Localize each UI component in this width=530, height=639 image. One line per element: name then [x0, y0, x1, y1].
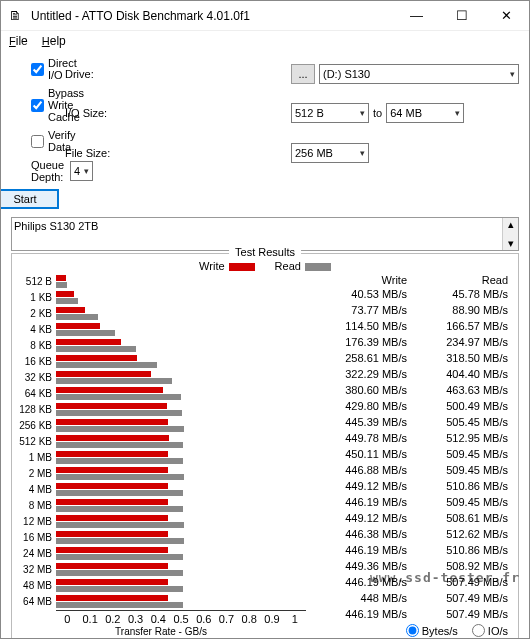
write-column-header: Write	[312, 274, 413, 286]
write-bar	[56, 531, 168, 537]
write-value: 446.19 MB/s	[312, 494, 413, 510]
values-row: 446.38 MB/s512.62 MB/s	[312, 526, 514, 542]
write-value: 114.50 MB/s	[312, 318, 413, 334]
values-row: 449.36 MB/s508.92 MB/s	[312, 558, 514, 574]
iosize-label: I/O Size:	[65, 107, 285, 119]
bar-pair	[56, 530, 306, 546]
close-button[interactable]: ✕	[484, 1, 529, 30]
browse-button[interactable]: ...	[291, 64, 315, 84]
values-row: 446.19 MB/s510.86 MB/s	[312, 542, 514, 558]
values-row: 429.80 MB/s500.49 MB/s	[312, 398, 514, 414]
y-axis-label: 1 KB	[16, 290, 56, 306]
y-axis-label: 2 KB	[16, 306, 56, 322]
write-value: 258.61 MB/s	[312, 350, 413, 366]
read-bar	[56, 394, 181, 400]
write-bar	[56, 579, 168, 585]
bar-pair	[56, 562, 306, 578]
drive-label: Drive:	[65, 68, 285, 80]
write-value: 322.29 MB/s	[312, 366, 413, 382]
minimize-button[interactable]: —	[394, 1, 439, 30]
read-value: 507.49 MB/s	[413, 574, 514, 590]
bar-pair	[56, 546, 306, 562]
queue-depth-select[interactable]: 4	[70, 161, 93, 181]
read-value: 500.49 MB/s	[413, 398, 514, 414]
x-tick: 0.1	[79, 613, 102, 625]
read-bar	[56, 506, 183, 512]
y-axis-label: 512 KB	[16, 434, 56, 450]
write-value: 449.12 MB/s	[312, 478, 413, 494]
write-value: 446.19 MB/s	[312, 542, 413, 558]
read-value: 509.45 MB/s	[413, 446, 514, 462]
x-tick: 0.8	[238, 613, 261, 625]
y-axis-label: 64 MB	[16, 594, 56, 610]
read-bar	[56, 442, 183, 448]
read-value: 508.92 MB/s	[413, 558, 514, 574]
window-title: Untitled - ATTO Disk Benchmark 4.01.0f1	[31, 9, 394, 23]
bar-pair	[56, 514, 306, 530]
bar-pair	[56, 434, 306, 450]
test-results-label: Test Results	[229, 246, 301, 258]
x-tick: 1	[283, 613, 306, 625]
direct-io-checkbox[interactable]: Direct I/O	[31, 57, 59, 81]
y-axis-label: 128 KB	[16, 402, 56, 418]
read-value: 510.86 MB/s	[413, 542, 514, 558]
read-bar	[56, 602, 183, 608]
ios-radio[interactable]: IO/s	[472, 624, 508, 637]
y-axis-label: 16 KB	[16, 354, 56, 370]
start-button[interactable]: Start	[0, 189, 59, 209]
y-axis-label: 4 KB	[16, 322, 56, 338]
bypass-cache-checkbox[interactable]: Bypass Write Cache	[31, 87, 59, 123]
write-bar	[56, 323, 100, 329]
x-tick: 0.3	[124, 613, 147, 625]
write-bar	[56, 515, 168, 521]
filesize-select[interactable]: 256 MB	[291, 143, 369, 163]
write-bar	[56, 547, 168, 553]
read-bar	[56, 554, 183, 560]
values-row: 446.19 MB/s509.45 MB/s	[312, 494, 514, 510]
y-axis-label: 256 KB	[16, 418, 56, 434]
iosize-from-select[interactable]: 512 B	[291, 103, 369, 123]
write-bar	[56, 467, 168, 473]
values-row: 114.50 MB/s166.57 MB/s	[312, 318, 514, 334]
values-header: Write Read	[312, 274, 514, 286]
read-value: 510.86 MB/s	[413, 478, 514, 494]
read-bar	[56, 282, 67, 288]
bar-pair	[56, 274, 306, 290]
drive-select[interactable]: (D:) S130	[319, 64, 519, 84]
y-axis-label: 32 KB	[16, 370, 56, 386]
x-tick: 0.6	[192, 613, 215, 625]
write-value: 446.38 MB/s	[312, 526, 413, 542]
write-bar	[56, 563, 168, 569]
bytes-radio[interactable]: Bytes/s	[406, 624, 458, 637]
values-row: 73.77 MB/s88.90 MB/s	[312, 302, 514, 318]
menu-help[interactable]: Help	[42, 34, 66, 48]
read-bar	[56, 474, 184, 480]
legend-write-swatch	[229, 263, 255, 271]
verify-data-checkbox[interactable]: Verify Data	[31, 129, 59, 153]
app-icon: 🗎	[9, 8, 25, 24]
maximize-button[interactable]: ☐	[439, 1, 484, 30]
write-bar	[56, 291, 74, 297]
y-axis-label: 512 B	[16, 274, 56, 290]
read-bar	[56, 298, 78, 304]
bar-pair	[56, 290, 306, 306]
menu-file[interactable]: File	[9, 34, 28, 48]
y-axis-label: 12 MB	[16, 514, 56, 530]
values-table: 40.53 MB/s45.78 MB/s73.77 MB/s88.90 MB/s…	[312, 286, 514, 622]
write-bar	[56, 355, 137, 361]
read-value: 404.40 MB/s	[413, 366, 514, 382]
read-value: 318.50 MB/s	[413, 350, 514, 366]
y-axis-label: 8 KB	[16, 338, 56, 354]
filesize-label: File Size:	[65, 147, 285, 159]
window-controls: — ☐ ✕	[394, 1, 529, 30]
bar-pair	[56, 578, 306, 594]
iosize-to-select[interactable]: 64 MB	[386, 103, 464, 123]
write-value: 446.19 MB/s	[312, 574, 413, 590]
description-scrollbar[interactable]: ▴▾	[502, 218, 518, 250]
read-bar	[56, 378, 172, 384]
y-axis-label: 16 MB	[16, 530, 56, 546]
bar-pair	[56, 354, 306, 370]
read-bar	[56, 410, 182, 416]
x-tick: 0.2	[101, 613, 124, 625]
read-bar	[56, 570, 183, 576]
